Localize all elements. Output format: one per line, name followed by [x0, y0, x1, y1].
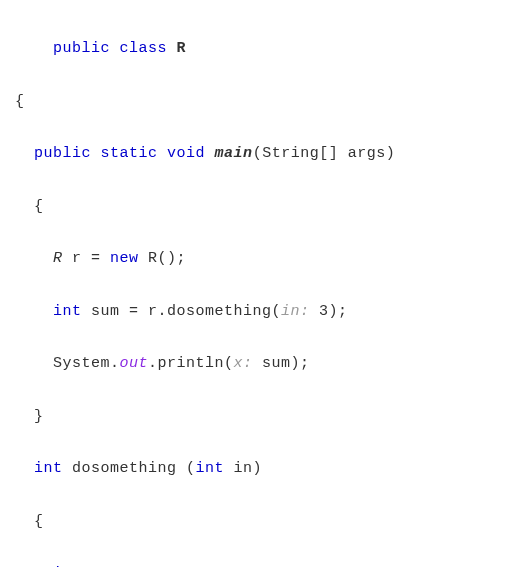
- text: sum);: [253, 355, 310, 372]
- text: sum = r.dosomething(: [82, 303, 282, 320]
- code-line: int sum = 0;: [15, 561, 504, 567]
- keyword: static: [101, 145, 158, 162]
- code-line: int sum = r.dosomething(in: 3);: [15, 299, 504, 325]
- code-line: }: [15, 404, 504, 430]
- code-line: int dosomething (int in): [15, 456, 504, 482]
- text: dosomething (: [63, 460, 196, 477]
- text: System.: [53, 355, 120, 372]
- keyword: class: [120, 40, 168, 57]
- keyword: public: [34, 145, 91, 162]
- code-line: System.out.println(x: sum);: [15, 351, 504, 377]
- brace: }: [15, 408, 44, 425]
- keyword: int: [34, 460, 63, 477]
- code-line: {: [15, 194, 504, 220]
- text: r =: [63, 250, 111, 267]
- text: .println(: [148, 355, 234, 372]
- text: R();: [139, 250, 187, 267]
- type: R: [53, 250, 63, 267]
- keyword: public: [53, 40, 110, 57]
- param-hint: in:: [281, 303, 310, 320]
- code-line: public class R: [15, 36, 504, 62]
- brace: {: [15, 198, 44, 215]
- keyword: int: [196, 460, 225, 477]
- class-name: R: [177, 40, 187, 57]
- code-line: R r = new R();: [15, 246, 504, 272]
- keyword: void: [167, 145, 205, 162]
- code-line: {: [15, 89, 504, 115]
- keyword: new: [110, 250, 139, 267]
- signature: (String[] args): [253, 145, 396, 162]
- brace: {: [15, 513, 44, 530]
- field: out: [120, 355, 149, 372]
- code-line: public static void main(String[] args): [15, 141, 504, 167]
- code-line: {: [15, 509, 504, 535]
- text: in): [224, 460, 262, 477]
- code-block: public class R { public static void main…: [15, 10, 504, 567]
- keyword: int: [53, 303, 82, 320]
- brace: {: [15, 93, 25, 110]
- text: 3);: [310, 303, 348, 320]
- param-hint: x:: [234, 355, 253, 372]
- method-name: main: [215, 145, 253, 162]
